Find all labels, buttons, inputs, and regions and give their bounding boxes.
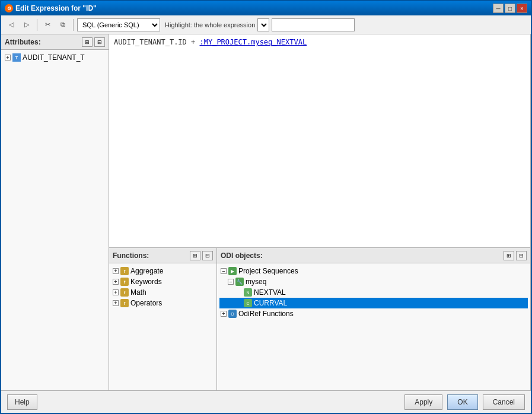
odi-panel: ODI objects: ⊞ ⊟ – ▶ Project Sequences (217, 248, 530, 390)
odi-header-icons: ⊞ ⊟ (504, 251, 527, 260)
functions-header-icons: ⊞ ⊟ (190, 251, 213, 260)
toolbar-back-button[interactable]: ◁ (5, 18, 18, 31)
seq-icon-nextval: N (244, 288, 252, 297)
function-icon-aggregate: f (120, 267, 129, 275)
search-input[interactable] (272, 18, 355, 31)
attributes-header: Attributes: ⊞ ⊟ (1, 34, 109, 50)
seq-icon-myseq: 🔧 (235, 278, 244, 286)
odi-header: ODI objects: ⊞ ⊟ (217, 248, 530, 263)
expression-area[interactable]: AUDIT_TENANT_T.ID + :MY_PROJECT.myseq_NE… (109, 34, 530, 248)
cancel-button[interactable]: Cancel (483, 394, 525, 410)
expression-panel: AUDIT_TENANT_T.ID + :MY_PROJECT.myseq_NE… (109, 34, 531, 390)
minimize-button[interactable]: ─ (493, 4, 504, 13)
bottom-bar-left: Help (7, 394, 37, 410)
toolbar-cut-button[interactable]: ✂ (41, 18, 54, 31)
close-button[interactable]: × (517, 4, 527, 13)
maximize-button[interactable]: □ (505, 4, 515, 13)
function-label-operators: Operators (130, 299, 162, 307)
odi-icon-odiref: O (228, 310, 237, 318)
bottom-bar-right: Apply OK Cancel (404, 394, 525, 410)
attributes-collapse-button[interactable]: ⊟ (94, 37, 105, 47)
function-label-math: Math (130, 288, 146, 297)
highlight-dropdown[interactable] (257, 18, 269, 31)
function-icon-math: f (120, 288, 129, 297)
title-bar-left: ⚙ Edit Expression for "ID" (5, 4, 97, 12)
odi-item-odiref-functions[interactable]: + O OdiRef Functions (219, 308, 528, 319)
function-label-keywords: Keywords (130, 278, 162, 286)
odi-label-odiref-functions: OdiRef Functions (238, 310, 294, 318)
function-item-keywords[interactable]: + f Keywords (112, 276, 214, 287)
odi-tree: – ▶ Project Sequences – 🔧 myseq (217, 263, 530, 390)
app-icon: ⚙ (5, 4, 13, 12)
main-content: Attributes: ⊞ ⊟ + T AUDIT_TENANT_T AUDIT… (1, 34, 531, 390)
expand-aggregate[interactable]: + (113, 268, 119, 274)
function-label-aggregate: Aggregate (130, 267, 163, 275)
toolbar-copy-button[interactable]: ⧉ (56, 18, 69, 31)
bottom-panels: Functions: ⊞ ⊟ + f Aggregate (109, 248, 530, 390)
function-item-operators[interactable]: + f Operators (112, 298, 214, 308)
tree-item-label: AUDIT_TENANT_T (23, 53, 85, 62)
function-icon-keywords: f (120, 278, 129, 286)
odi-label-myseq: myseq (246, 278, 266, 286)
expand-keywords[interactable]: + (113, 279, 119, 285)
expand-odiref-functions[interactable]: + (221, 311, 227, 317)
toolbar: ◁ ▷ ✂ ⧉ SQL (Generic SQL) Highlight: the… (1, 15, 531, 34)
window-title: Edit Expression for "ID" (15, 4, 97, 12)
function-icon-operators: f (120, 299, 129, 307)
expression-text-before: AUDIT_TENANT_T.ID + (114, 38, 200, 46)
help-button[interactable]: Help (7, 394, 37, 410)
ok-button[interactable]: OK (447, 394, 477, 410)
highlight-label: Highlight: the whole expression (165, 21, 255, 28)
odi-label-currval: CURRVAL (254, 299, 287, 307)
odi-item-currval[interactable]: C CURRVAL (219, 298, 528, 308)
toolbar-forward-button[interactable]: ▷ (20, 18, 33, 31)
functions-expand-button[interactable]: ⊞ (190, 251, 200, 260)
functions-panel: Functions: ⊞ ⊟ + f Aggregate (109, 248, 217, 390)
function-item-math[interactable]: + f Math (112, 287, 214, 298)
sql-language-select[interactable]: SQL (Generic SQL) (77, 18, 160, 31)
odi-label-project-sequences: Project Sequences (238, 267, 298, 275)
title-bar: ⚙ Edit Expression for "ID" ─ □ × (1, 1, 531, 15)
odi-expand-button[interactable]: ⊞ (504, 251, 514, 260)
functions-header: Functions: ⊞ ⊟ (109, 248, 216, 263)
title-buttons: ─ □ × (493, 4, 527, 13)
attributes-tree: + T AUDIT_TENANT_T (1, 50, 109, 390)
functions-label: Functions: (113, 251, 149, 260)
functions-collapse-button[interactable]: ⊟ (202, 251, 213, 260)
expand-math[interactable]: + (113, 289, 119, 295)
expand-myseq[interactable]: – (228, 279, 234, 285)
expand-operators[interactable]: + (113, 300, 119, 306)
attributes-header-icons: ⊞ ⊟ (82, 37, 105, 47)
attributes-expand-button[interactable]: ⊞ (82, 37, 93, 47)
seq-icon-project-sequences: ▶ (228, 267, 237, 275)
expand-project-sequences[interactable]: – (221, 268, 227, 274)
odi-item-project-sequences[interactable]: – ▶ Project Sequences (219, 266, 528, 276)
expand-audit-tenant[interactable]: + (5, 55, 11, 60)
odi-label: ODI objects: (221, 251, 263, 260)
odi-item-nextval[interactable]: N NEXTVAL (219, 287, 528, 298)
seq-icon-currval: C (244, 299, 252, 307)
attributes-panel: Attributes: ⊞ ⊟ + T AUDIT_TENANT_T (1, 34, 109, 390)
toolbar-separator-2 (73, 19, 74, 31)
odi-label-nextval: NEXTVAL (254, 288, 286, 297)
table-icon: T (12, 53, 21, 62)
attributes-label: Attributes: (5, 38, 41, 46)
apply-button[interactable]: Apply (404, 394, 442, 410)
functions-tree: + f Aggregate + f Keywords + f Math (109, 263, 216, 390)
main-window: ⚙ Edit Expression for "ID" ─ □ × ◁ ▷ ✂ ⧉… (0, 0, 532, 414)
tree-item-audit-tenant[interactable]: + T AUDIT_TENANT_T (4, 52, 106, 63)
bottom-bar: Help Apply OK Cancel (1, 390, 531, 413)
odi-item-myseq[interactable]: – 🔧 myseq (219, 276, 528, 287)
odi-collapse-button[interactable]: ⊟ (516, 251, 527, 260)
toolbar-separator-1 (37, 19, 37, 31)
function-item-aggregate[interactable]: + f Aggregate (112, 266, 214, 276)
expression-link[interactable]: :MY_PROJECT.myseq_NEXTVAL (200, 38, 307, 46)
